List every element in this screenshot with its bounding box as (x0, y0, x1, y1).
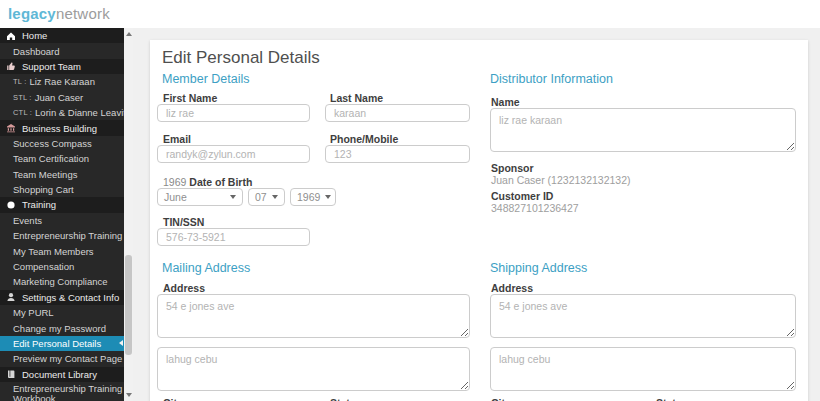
role-prefix: STL : (13, 93, 32, 102)
mailing-state-label: State (330, 397, 356, 401)
sidebar-item-label: Lorin & Dianne Leavitt (35, 107, 124, 118)
sidebar-item-team-meetings[interactable]: Team Meetings (0, 167, 124, 182)
member-details-heading: Member Details (162, 72, 250, 86)
thumbs-up-icon (6, 61, 17, 71)
brand-logo: legacynetwork (8, 5, 110, 22)
mailing-address-label: Address (163, 282, 205, 294)
distributor-name-label: Name (491, 96, 520, 108)
sidebar-item-home[interactable]: Home (0, 28, 124, 43)
sidebar-item-compensation[interactable]: Compensation (0, 259, 124, 274)
sidebar-item-training[interactable]: Training (0, 197, 124, 212)
sidebar-item-my-team-members[interactable]: My Team Members (0, 243, 124, 258)
shipping-address-label: Address (491, 282, 533, 294)
sidebar-item-shopping-cart[interactable]: Shopping Cart (0, 182, 124, 197)
sidebar-item-settings-contact-info[interactable]: Settings & Contact Info (0, 290, 124, 305)
sidebar-item-label: Entrepreneurship Training Workbook (13, 384, 124, 401)
phone-mobile-label: Phone/Mobile (330, 133, 398, 145)
logo-secondary: network (56, 5, 110, 22)
phone-mobile-input[interactable] (325, 145, 470, 163)
shipping-state-label: State (656, 397, 682, 401)
sidebar-item-events[interactable]: Events (0, 213, 124, 228)
sidebar-item-dashboard[interactable]: Dashboard (0, 43, 124, 58)
sidebar-item-label: Support Team (22, 61, 81, 72)
sidebar-item-change-my-password[interactable]: Change my Password (0, 320, 124, 335)
last-name-label: Last Name (330, 92, 383, 104)
sidebar-item-entrepreneurship-training-workbook[interactable]: Entrepreneurship Training Workbook (0, 382, 124, 401)
sidebar-item-support-team[interactable]: Support Team (0, 59, 124, 74)
email-input[interactable] (157, 145, 310, 163)
sidebar-nav: Home Dashboard Support Team TL : Liz Rae… (0, 28, 124, 401)
distributor-name-textarea[interactable]: liz rae karaan (490, 108, 796, 152)
sidebar-item-label: Events (13, 215, 42, 226)
shipping-address-line1-textarea[interactable]: 54 e jones ave (490, 294, 796, 338)
book-icon (6, 369, 17, 379)
home-icon (6, 31, 17, 41)
sidebar-item-entrepreneurship-training[interactable]: Entrepreneurship Training (0, 228, 124, 243)
mailing-address-line2-textarea[interactable]: lahug cebu (157, 347, 470, 391)
sidebar-item-label: My PURL (13, 307, 54, 318)
dob-year-value: 1969 (297, 191, 320, 203)
scrollbar-down-icon[interactable] (126, 393, 132, 397)
dob-year-select[interactable]: 1969 (290, 188, 336, 206)
sidebar-item-success-compass[interactable]: Success Compass (0, 136, 124, 151)
shipping-address-heading: Shipping Address (490, 261, 587, 275)
sidebar-item-label: Dashboard (13, 46, 59, 57)
distributor-information-heading: Distributor Information (490, 72, 613, 86)
sidebar-item-label: Change my Password (13, 323, 106, 334)
chevron-down-icon (325, 195, 331, 199)
sidebar-item-marketing-compliance[interactable]: Marketing Compliance (0, 274, 124, 289)
last-name-input[interactable] (325, 104, 470, 122)
shipping-address-line2-textarea[interactable]: lahug cebu (490, 347, 796, 391)
sidebar-item-label: Liz Rae Karaan (29, 76, 94, 87)
scrollbar-thumb[interactable] (125, 255, 132, 355)
chevron-down-icon (272, 195, 278, 199)
customer-id-value: 348827101236427 (491, 202, 579, 214)
sidebar-item-label: Shopping Cart (13, 184, 74, 195)
sidebar-item-label: Team Certification (13, 153, 89, 164)
dob-label-text: Date of Birth (189, 176, 252, 188)
dob-day-select[interactable]: 07 (248, 188, 285, 206)
sidebar-item-label: Settings & Contact Info (22, 292, 119, 303)
shipping-city-label: City (491, 397, 511, 401)
sidebar-item-label: My Team Members (13, 246, 94, 257)
sidebar-item-ctl-lorin-dianne[interactable]: CTL : Lorin & Dianne Leavitt (0, 105, 124, 120)
mailing-address-line1-textarea[interactable]: 54 e jones ave (157, 294, 470, 338)
app-screen: legacynetwork Home Dashboard Support Tea… (0, 0, 820, 401)
sidebar-item-tl-liz-rae-karaan[interactable]: TL : Liz Rae Karaan (0, 74, 124, 89)
sidebar-item-document-library[interactable]: Document Library (0, 367, 124, 382)
tin-ssn-input[interactable] (157, 228, 310, 246)
sidebar-item-label: Training (22, 199, 56, 210)
sidebar-item-team-certification[interactable]: Team Certification (0, 151, 124, 166)
scrollbar-up-icon[interactable] (126, 32, 132, 36)
sidebar-item-label: Edit Personal Details (13, 338, 101, 349)
first-name-input[interactable] (157, 104, 310, 122)
sponsor-label: Sponsor (491, 162, 534, 174)
date-of-birth-label: 1969Date of Birth (163, 176, 252, 188)
sidebar-item-label: Marketing Compliance (13, 276, 108, 287)
person-icon (6, 292, 17, 302)
sidebar-item-label: Preview my Contact Page (13, 353, 122, 364)
chevron-down-icon (230, 195, 236, 199)
edit-personal-details-card: Edit Personal Details Member Details Fir… (150, 40, 808, 401)
sidebar-item-edit-personal-details[interactable]: Edit Personal Details (0, 336, 124, 351)
top-header: legacynetwork (0, 0, 820, 28)
customer-id-label: Customer ID (491, 190, 553, 202)
sidebar-item-my-purl[interactable]: My PURL (0, 305, 124, 320)
dob-month-select[interactable]: June (157, 188, 243, 206)
mailing-address-heading: Mailing Address (162, 261, 250, 275)
sidebar-item-label: Business Building (22, 123, 97, 134)
role-prefix: CTL : (13, 108, 32, 117)
email-label: Email (163, 133, 191, 145)
logo-primary: legacy (8, 5, 56, 22)
mailing-city-label: City (163, 397, 183, 401)
sidebar-item-preview-my-contact-page[interactable]: Preview my Contact Page (0, 351, 124, 366)
bank-icon (6, 123, 17, 133)
sidebar-item-stl-juan-caser[interactable]: STL : Juan Caser (0, 90, 124, 105)
sidebar-item-label: Success Compass (13, 138, 92, 149)
sidebar-item-label: Team Meetings (13, 169, 77, 180)
dob-year-prefix: 1969 (163, 176, 186, 188)
sponsor-value: Juan Caser (1232132132132) (491, 174, 631, 186)
sidebar-item-business-building[interactable]: Business Building (0, 120, 124, 135)
sidebar-item-label: Home (22, 30, 47, 41)
sidebar-scrollbar[interactable] (124, 28, 133, 401)
